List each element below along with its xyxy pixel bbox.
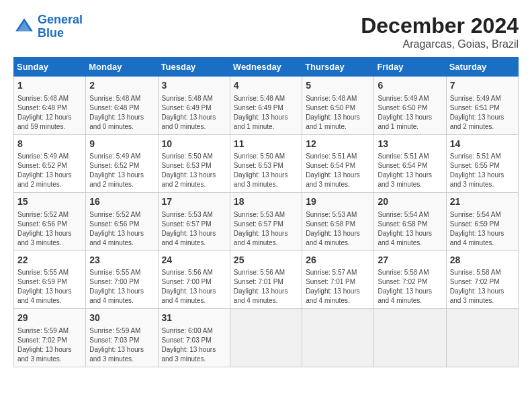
page-subtitle: Aragarcas, Goias, Brazil xyxy=(361,38,519,50)
calendar-cell: 30Sunrise: 5:59 AM Sunset: 7:03 PM Dayli… xyxy=(86,309,158,367)
day-info: Sunrise: 5:53 AM Sunset: 6:58 PM Dayligh… xyxy=(306,210,370,248)
col-wednesday: Wednesday xyxy=(230,58,302,77)
calendar-week-3: 15Sunrise: 5:52 AM Sunset: 6:56 PM Dayli… xyxy=(14,193,519,251)
day-info: Sunrise: 5:59 AM Sunset: 7:02 PM Dayligh… xyxy=(17,326,82,364)
day-number: 12 xyxy=(306,138,370,151)
calendar-cell: 18Sunrise: 5:53 AM Sunset: 6:57 PM Dayli… xyxy=(230,193,302,251)
calendar-cell: 15Sunrise: 5:52 AM Sunset: 6:56 PM Dayli… xyxy=(14,193,86,251)
day-info: Sunrise: 5:53 AM Sunset: 6:57 PM Dayligh… xyxy=(234,210,298,248)
calendar-week-1: 1Sunrise: 5:48 AM Sunset: 6:48 PM Daylig… xyxy=(14,77,519,135)
calendar-header: Sunday Monday Tuesday Wednesday Thursday… xyxy=(14,58,519,77)
day-info: Sunrise: 5:56 AM Sunset: 7:01 PM Dayligh… xyxy=(234,268,298,306)
day-info: Sunrise: 5:49 AM Sunset: 6:52 PM Dayligh… xyxy=(89,152,154,189)
calendar-table: Sunday Monday Tuesday Wednesday Thursday… xyxy=(13,57,519,367)
day-info: Sunrise: 5:48 AM Sunset: 6:49 PM Dayligh… xyxy=(162,94,226,132)
logo-icon xyxy=(13,16,35,38)
page-header: General Blue December 2024 Aragarcas, Go… xyxy=(13,13,519,50)
calendar-cell: 7Sunrise: 5:49 AM Sunset: 6:51 PM Daylig… xyxy=(446,77,518,135)
day-number: 14 xyxy=(450,138,515,151)
calendar-cell: 6Sunrise: 5:49 AM Sunset: 6:50 PM Daylig… xyxy=(374,77,446,135)
calendar-cell: 25Sunrise: 5:56 AM Sunset: 7:01 PM Dayli… xyxy=(230,250,302,309)
calendar-cell: 14Sunrise: 5:51 AM Sunset: 6:55 PM Dayli… xyxy=(446,134,518,193)
calendar-cell: 9Sunrise: 5:49 AM Sunset: 6:52 PM Daylig… xyxy=(86,134,158,193)
logo-line2: Blue xyxy=(38,26,64,40)
day-info: Sunrise: 5:57 AM Sunset: 7:01 PM Dayligh… xyxy=(306,268,370,306)
day-info: Sunrise: 5:49 AM Sunset: 6:50 PM Dayligh… xyxy=(378,94,442,132)
calendar-cell: 13Sunrise: 5:51 AM Sunset: 6:54 PM Dayli… xyxy=(374,134,446,193)
day-info: Sunrise: 5:50 AM Sunset: 6:53 PM Dayligh… xyxy=(234,152,298,189)
col-monday: Monday xyxy=(86,58,158,77)
calendar-cell xyxy=(230,309,302,367)
day-number: 27 xyxy=(378,254,442,267)
col-saturday: Saturday xyxy=(446,58,518,77)
calendar-cell: 19Sunrise: 5:53 AM Sunset: 6:58 PM Dayli… xyxy=(302,193,374,251)
day-number: 5 xyxy=(306,79,370,93)
day-number: 21 xyxy=(450,195,515,209)
calendar-week-2: 8Sunrise: 5:49 AM Sunset: 6:52 PM Daylig… xyxy=(14,134,519,193)
day-info: Sunrise: 5:55 AM Sunset: 6:59 PM Dayligh… xyxy=(17,268,82,306)
day-number: 17 xyxy=(162,195,226,209)
day-info: Sunrise: 5:48 AM Sunset: 6:48 PM Dayligh… xyxy=(89,94,154,132)
day-info: Sunrise: 5:52 AM Sunset: 6:56 PM Dayligh… xyxy=(17,210,82,248)
calendar-cell: 4Sunrise: 5:48 AM Sunset: 6:49 PM Daylig… xyxy=(230,77,302,135)
calendar-cell: 17Sunrise: 5:53 AM Sunset: 6:57 PM Dayli… xyxy=(158,193,230,251)
day-number: 4 xyxy=(234,79,298,93)
calendar-cell: 5Sunrise: 5:48 AM Sunset: 6:50 PM Daylig… xyxy=(302,77,374,135)
day-number: 19 xyxy=(306,195,370,209)
day-info: Sunrise: 5:54 AM Sunset: 6:59 PM Dayligh… xyxy=(450,210,515,248)
day-info: Sunrise: 5:51 AM Sunset: 6:54 PM Dayligh… xyxy=(378,152,442,189)
calendar-cell: 20Sunrise: 5:54 AM Sunset: 6:58 PM Dayli… xyxy=(374,193,446,251)
day-info: Sunrise: 5:53 AM Sunset: 6:57 PM Dayligh… xyxy=(162,210,226,248)
day-number: 28 xyxy=(450,254,515,267)
day-number: 25 xyxy=(234,254,298,267)
calendar-cell: 3Sunrise: 5:48 AM Sunset: 6:49 PM Daylig… xyxy=(158,77,230,135)
day-number: 23 xyxy=(89,254,154,267)
day-info: Sunrise: 5:59 AM Sunset: 7:03 PM Dayligh… xyxy=(89,326,154,364)
day-info: Sunrise: 5:52 AM Sunset: 6:56 PM Dayligh… xyxy=(89,210,154,248)
calendar-week-5: 29Sunrise: 5:59 AM Sunset: 7:02 PM Dayli… xyxy=(14,309,519,367)
logo-text: General Blue xyxy=(38,13,83,40)
calendar-cell xyxy=(374,309,446,367)
day-number: 8 xyxy=(17,138,82,151)
day-number: 24 xyxy=(162,254,226,267)
day-info: Sunrise: 5:50 AM Sunset: 6:53 PM Dayligh… xyxy=(162,152,226,189)
calendar-cell xyxy=(302,309,374,367)
calendar-cell: 23Sunrise: 5:55 AM Sunset: 7:00 PM Dayli… xyxy=(86,250,158,309)
col-sunday: Sunday xyxy=(14,58,86,77)
col-tuesday: Tuesday xyxy=(158,58,230,77)
day-info: Sunrise: 5:51 AM Sunset: 6:55 PM Dayligh… xyxy=(450,152,515,189)
day-info: Sunrise: 5:51 AM Sunset: 6:54 PM Dayligh… xyxy=(306,152,370,189)
logo-line1: General xyxy=(38,13,83,26)
col-thursday: Thursday xyxy=(302,58,374,77)
day-number: 16 xyxy=(89,195,154,209)
calendar-week-4: 22Sunrise: 5:55 AM Sunset: 6:59 PM Dayli… xyxy=(14,250,519,309)
day-number: 18 xyxy=(234,195,298,209)
calendar-cell: 27Sunrise: 5:58 AM Sunset: 7:02 PM Dayli… xyxy=(374,250,446,309)
calendar-cell: 29Sunrise: 5:59 AM Sunset: 7:02 PM Dayli… xyxy=(14,309,86,367)
day-info: Sunrise: 5:49 AM Sunset: 6:52 PM Dayligh… xyxy=(17,152,82,189)
day-info: Sunrise: 5:48 AM Sunset: 6:50 PM Dayligh… xyxy=(306,94,370,132)
calendar-body: 1Sunrise: 5:48 AM Sunset: 6:48 PM Daylig… xyxy=(14,77,519,367)
day-number: 22 xyxy=(17,254,82,267)
day-info: Sunrise: 6:00 AM Sunset: 7:03 PM Dayligh… xyxy=(162,326,226,364)
day-number: 13 xyxy=(378,138,442,151)
day-number: 29 xyxy=(17,312,82,325)
calendar-cell: 11Sunrise: 5:50 AM Sunset: 6:53 PM Dayli… xyxy=(230,134,302,193)
page-title: December 2024 xyxy=(361,13,519,38)
day-info: Sunrise: 5:55 AM Sunset: 7:00 PM Dayligh… xyxy=(89,268,154,306)
day-number: 20 xyxy=(378,195,442,209)
day-number: 9 xyxy=(89,138,154,151)
calendar-cell: 1Sunrise: 5:48 AM Sunset: 6:48 PM Daylig… xyxy=(14,77,86,135)
calendar-cell: 21Sunrise: 5:54 AM Sunset: 6:59 PM Dayli… xyxy=(446,193,518,251)
day-number: 6 xyxy=(378,79,442,93)
day-info: Sunrise: 5:54 AM Sunset: 6:58 PM Dayligh… xyxy=(378,210,442,248)
day-number: 11 xyxy=(234,138,298,151)
day-number: 15 xyxy=(17,195,82,209)
logo: General Blue xyxy=(13,13,83,40)
calendar-cell: 31Sunrise: 6:00 AM Sunset: 7:03 PM Dayli… xyxy=(158,309,230,367)
calendar-cell: 24Sunrise: 5:56 AM Sunset: 7:00 PM Dayli… xyxy=(158,250,230,309)
calendar-cell xyxy=(446,309,518,367)
day-number: 30 xyxy=(89,312,154,325)
day-number: 2 xyxy=(89,79,154,93)
day-number: 3 xyxy=(162,79,226,93)
